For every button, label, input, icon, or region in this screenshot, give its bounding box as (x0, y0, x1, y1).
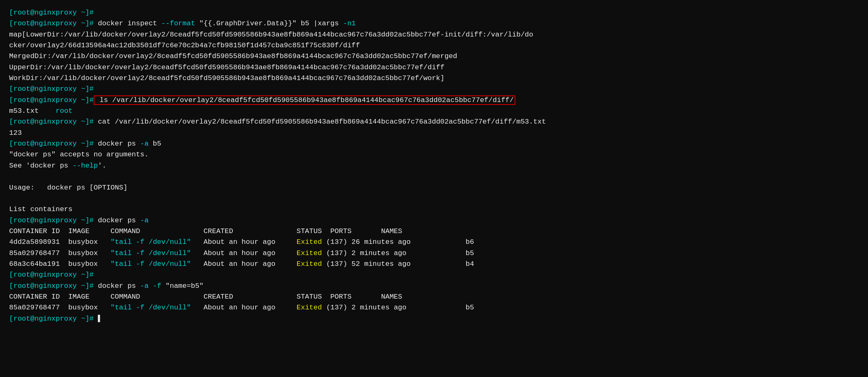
terminal-line: [root@nginxproxy ~]# ▌ (9, 314, 859, 324)
terminal-line: MergedDir:/var/lib/docker/overlay2/8cead… (9, 51, 859, 62)
terminal-line: 68a3c64ba191 busybox "tail -f /dev/null"… (9, 259, 859, 270)
terminal-line: map[LowerDir:/var/lib/docker/overlay2/8c… (9, 29, 859, 40)
terminal-line: [root@nginxproxy ~]# docker inspect --fo… (9, 18, 859, 29)
terminal-line: [root@nginxproxy ~]# docker ps -a (9, 215, 859, 226)
terminal-line: WorkDir:/var/lib/docker/overlay2/8ceadf5… (9, 73, 859, 84)
terminal-line: [root@nginxproxy ~]# docker ps -a -f "na… (9, 281, 859, 292)
terminal-line: List containers (9, 204, 859, 215)
terminal-line: Usage: docker ps [OPTIONS] (9, 182, 859, 193)
terminal-line: CONTAINER ID IMAGE COMMAND CREATED STATU… (9, 292, 859, 302)
terminal-line: [root@nginxproxy ~]# ls /var/lib/docker/… (9, 95, 859, 106)
terminal-line: 4dd2a5898931 busybox "tail -f /dev/null"… (9, 237, 859, 248)
terminal-line: 85a029768477 busybox "tail -f /dev/null"… (9, 248, 859, 259)
terminal-line: [root@nginxproxy ~]# (9, 84, 859, 95)
terminal-line: [root@nginxproxy ~]# (9, 7, 859, 18)
terminal-line: m53.txt root (9, 106, 859, 117)
terminal-line: 123 (9, 128, 859, 139)
terminal-line: "docker ps" accepts no arguments. (9, 149, 859, 160)
terminal-line: [root@nginxproxy ~]# (9, 270, 859, 280)
terminal-line: See 'docker ps --help'. (9, 161, 859, 171)
terminal-line: CONTAINER ID IMAGE COMMAND CREATED STATU… (9, 226, 859, 237)
terminal: [root@nginxproxy ~]#[root@nginxproxy ~]#… (9, 7, 859, 324)
terminal-line: UpperDir:/var/lib/docker/overlay2/8ceadf… (9, 62, 859, 73)
terminal-line: [root@nginxproxy ~]# cat /var/lib/docker… (9, 117, 859, 127)
terminal-line: 85a029768477 busybox "tail -f /dev/null"… (9, 302, 859, 313)
terminal-line: [root@nginxproxy ~]# docker ps -a b5 (9, 139, 859, 149)
terminal-line (9, 171, 859, 182)
terminal-line (9, 193, 859, 204)
terminal-line: cker/overlay2/66d13596a4ac12db3501df7c6e… (9, 40, 859, 51)
